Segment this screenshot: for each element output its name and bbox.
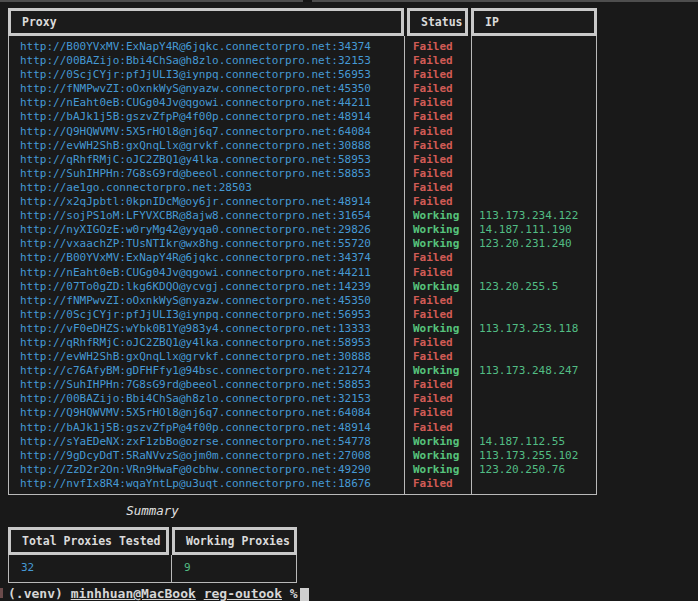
proxy-url: http://nyXIGOzE:w0ryMg42@yyqa0.connector… [9,223,405,237]
working-proxies-value: 9 [172,555,296,582]
table-row: http://Q9HQWVMV:5X5rHOl8@nj6q7.connector… [9,406,596,420]
status-value: Failed [405,421,472,435]
ip-value [472,336,596,350]
table-row: http://0ScjCYjr:pfJjULI3@iynpq.connector… [9,308,596,322]
table-row: http://evWH2ShB:gxQnqLlx@grvkf.connector… [9,139,596,153]
status-value: Failed [405,40,472,54]
ip-value [472,96,596,110]
table-row: http://B00YVxMV:ExNapY4R@6jqkc.connector… [9,251,596,265]
proxy-url: http://c76AfyBM:gDFHFfy1@94bsc.connector… [9,364,405,378]
ip-value [472,406,596,420]
column-header-ip: IP [471,8,597,36]
ip-value: 123.20.231.240 [472,237,596,251]
summary-table: Total Proxies Tested Working Proxies 32 … [8,527,297,583]
proxy-url: http://qRhfRMjC:oJC2ZBQ1@y4lka.connector… [9,336,405,350]
table-row: http://Q9HQWVMV:5X5rHOl8@nj6q7.connector… [9,125,596,139]
total-proxies-value: 32 [9,555,172,582]
table-row: http://nvfIx8R4:wqaYntLp@u3uqt.connector… [9,477,596,491]
proxy-url: http://SuhIHPHn:7G8sG9rd@beeol.connector… [9,378,405,392]
proxy-url: http://sYaEDeNX:zxF1zbBo@ozrse.connector… [9,435,405,449]
ip-value [472,378,596,392]
status-value: Failed [405,82,472,96]
proxy-url: http://fNMPwvZI:oOxnkWyS@nyazw.connector… [9,294,405,308]
proxy-url: http://nEaht0eB:CUGg04Jv@qgowi.connector… [9,266,405,280]
venv-indicator: (.venv) [8,586,63,601]
status-value: Working [405,463,472,477]
ip-value [472,392,596,406]
ip-value [472,477,596,491]
status-value: Failed [405,96,472,110]
table-row: http://evWH2ShB:gxQnqLlx@grvkf.connector… [9,350,596,364]
table-row: http://qRhfRMjC:oJC2ZBQ1@y4lka.connector… [9,153,596,167]
proxy-results-table: Proxy Status IP http://B00YVxMV:ExNapY4R… [8,8,597,495]
status-value: Failed [405,54,472,68]
proxy-url: http://evWH2ShB:gxQnqLlx@grvkf.connector… [9,139,405,153]
status-value: Failed [405,251,472,265]
status-value: Failed [405,336,472,350]
table-row: http://07To0gZD:lkg6KDQO@ycvgj.connector… [9,280,596,294]
proxy-url: http://0ScjCYjr:pfJjULI3@iynpq.connector… [9,68,405,82]
status-value: Failed [405,392,472,406]
table-row: http://fNMPwvZI:oOxnkWyS@nyazw.connector… [9,294,596,308]
proxy-url: http://vxaachZP:TUsNTIkr@wx8hg.connector… [9,237,405,251]
column-header-working-proxies: Working Proxies [172,527,297,555]
summary-title: Summary [8,503,297,518]
ip-value [472,125,596,139]
column-divider [471,36,472,494]
ip-value [472,40,596,54]
table-row: http://nEaht0eB:CUGg04Jv@qgowi.connector… [9,266,596,280]
proxy-url: http://9gDcyDdT:5RaNVvzS@ojm0m.connector… [9,449,405,463]
proxy-url: http://B00YVxMV:ExNapY4R@6jqkc.connector… [9,251,405,265]
terminal-edge-artifact [0,588,3,598]
status-value: Working [405,435,472,449]
column-divider [171,555,172,582]
column-divider [404,36,405,494]
status-value: Failed [405,266,472,280]
proxy-url: http://Q9HQWVMV:5X5rHOl8@nj6q7.connector… [9,406,405,420]
column-header-proxy: Proxy [8,8,404,36]
status-value: Working [405,364,472,378]
proxy-url: http://Q9HQWVMV:5X5rHOl8@nj6q7.connector… [9,125,405,139]
proxy-url: http://00BAZijo:Bbi4ChSa@h8zlo.connector… [9,54,405,68]
table-row: http://sYaEDeNX:zxF1zbBo@ozrse.connector… [9,435,596,449]
table-row: http://x2qJpbtl:0kpnIDcM@oy6jr.connector… [9,195,596,209]
status-value: Working [405,322,472,336]
status-value: Failed [405,167,472,181]
ip-value: 113.173.253.118 [472,322,596,336]
ip-value [472,294,596,308]
table-row: http://00BAZijo:Bbi4ChSa@h8zlo.connector… [9,54,596,68]
ip-value: 123.20.255.5 [472,280,596,294]
ip-value [472,195,596,209]
ip-value: 113.173.255.102 [472,449,596,463]
proxy-url: http://07To0gZD:lkg6KDQO@ycvgj.connector… [9,280,405,294]
ip-value [472,68,596,82]
status-value: Failed [405,477,472,491]
table-row: http://9gDcyDdT:5RaNVvzS@ojm0m.connector… [9,449,596,463]
proxy-url: http://bAJk1j5B:gszvZfpP@4f00p.connector… [9,110,405,124]
proxy-table-header: Proxy Status IP [8,8,597,36]
summary-table-header: Total Proxies Tested Working Proxies [8,527,297,555]
proxy-url: http://nvfIx8R4:wqaYntLp@u3uqt.connector… [9,477,405,491]
ip-value [472,139,596,153]
table-row: http://ae1go.connectorpro.net:28503 Fail… [9,181,596,195]
proxy-url: http://ZzD2r2On:VRn9HwaF@0cbhw.connector… [9,463,405,477]
ip-value [472,110,596,124]
table-row: http://B00YVxMV:ExNapY4R@6jqkc.connector… [9,40,596,54]
status-value: Working [405,449,472,463]
terminal-top-border [0,0,698,2]
prompt-symbol: % [290,586,298,601]
ip-value [472,153,596,167]
proxy-url: http://SuhIHPHn:7G8sG9rd@beeol.connector… [9,167,405,181]
ip-value: 14.187.112.55 [472,435,596,449]
ip-value [472,266,596,280]
user-host: minhhuan@MacBook [71,586,196,601]
proxy-url: http://sojPS1oM:LFYVXCBR@8ajw8.connector… [9,209,405,223]
proxy-url: http://B00YVxMV:ExNapY4R@6jqkc.connector… [9,40,405,54]
table-row: http://sojPS1oM:LFYVXCBR@8ajw8.connector… [9,209,596,223]
table-row: http://00BAZijo:Bbi4ChSa@h8zlo.connector… [9,392,596,406]
table-row: http://nEaht0eB:CUGg04Jv@qgowi.connector… [9,96,596,110]
table-row: http://ZzD2r2On:VRn9HwaF@0cbhw.connector… [9,463,596,477]
table-row: http://c76AfyBM:gDFHFfy1@94bsc.connector… [9,364,596,378]
table-row: http://nyXIGOzE:w0ryMg42@yyqa0.connector… [9,223,596,237]
proxy-url: http://bAJk1j5B:gszvZfpP@4f00p.connector… [9,421,405,435]
